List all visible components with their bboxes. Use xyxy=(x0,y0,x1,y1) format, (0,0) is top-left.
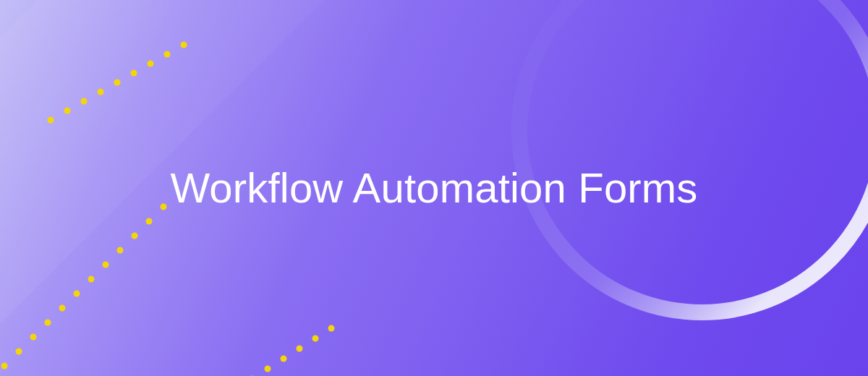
svg-point-21 xyxy=(146,218,153,225)
svg-point-17 xyxy=(88,276,95,283)
dotted-line-decoration xyxy=(43,40,195,127)
svg-point-20 xyxy=(132,233,138,239)
svg-point-26 xyxy=(281,356,287,362)
svg-point-14 xyxy=(45,320,51,326)
dotted-line-decoration xyxy=(230,315,360,376)
svg-point-25 xyxy=(265,366,271,372)
svg-point-19 xyxy=(117,247,124,254)
dotted-line-decoration xyxy=(0,200,187,376)
svg-point-2 xyxy=(64,108,71,114)
circle-outline-decoration xyxy=(506,0,868,325)
svg-point-13 xyxy=(30,334,37,341)
svg-point-7 xyxy=(148,61,154,67)
svg-point-9 xyxy=(181,42,187,48)
svg-point-4 xyxy=(98,89,104,95)
svg-point-1 xyxy=(48,117,54,124)
banner-title: Workflow Automation Forms xyxy=(109,164,760,213)
svg-point-27 xyxy=(297,346,303,352)
svg-point-29 xyxy=(328,325,335,332)
svg-point-16 xyxy=(74,291,80,297)
hero-banner: Workflow Automation Forms xyxy=(0,0,868,376)
svg-point-6 xyxy=(131,70,137,77)
svg-point-18 xyxy=(103,262,109,268)
svg-point-0 xyxy=(519,0,868,312)
svg-point-28 xyxy=(312,336,319,342)
svg-point-8 xyxy=(164,51,171,58)
svg-point-5 xyxy=(114,80,121,86)
svg-point-3 xyxy=(81,98,88,105)
svg-point-11 xyxy=(1,363,8,369)
svg-point-15 xyxy=(59,305,66,312)
svg-point-12 xyxy=(16,349,22,355)
